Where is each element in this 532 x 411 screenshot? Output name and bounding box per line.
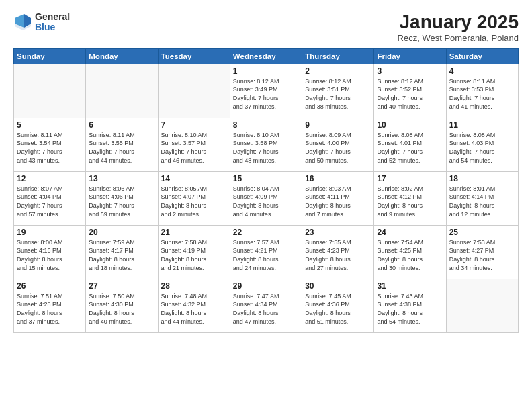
day-info: Sunrise: 8:08 AM Sunset: 4:03 PM Dayligh… <box>449 131 515 165</box>
day-number: 28 <box>161 281 227 291</box>
week-row-1: 5Sunrise: 8:11 AM Sunset: 3:54 PM Daylig… <box>14 118 519 171</box>
day-number: 21 <box>161 228 227 237</box>
day-number: 24 <box>377 228 443 237</box>
day-cell: 23Sunrise: 7:55 AM Sunset: 4:23 PM Dayli… <box>302 225 374 279</box>
day-cell: 30Sunrise: 7:45 AM Sunset: 4:36 PM Dayli… <box>302 279 374 332</box>
day-cell: 19Sunrise: 8:00 AM Sunset: 4:16 PM Dayli… <box>14 225 86 279</box>
day-number: 19 <box>17 228 83 237</box>
page: General Blue January 2025 Recz, West Pom… <box>0 0 532 411</box>
day-cell: 7Sunrise: 8:10 AM Sunset: 3:57 PM Daylig… <box>158 118 230 171</box>
day-number: 1 <box>233 66 299 76</box>
day-number: 10 <box>377 120 443 130</box>
day-cell: 14Sunrise: 8:05 AM Sunset: 4:07 PM Dayli… <box>158 171 230 225</box>
day-info: Sunrise: 8:10 AM Sunset: 3:57 PM Dayligh… <box>161 131 227 165</box>
day-number: 18 <box>449 174 515 183</box>
week-row-2: 12Sunrise: 8:07 AM Sunset: 4:04 PM Dayli… <box>14 171 519 225</box>
day-number: 7 <box>161 120 227 130</box>
day-cell: 29Sunrise: 7:47 AM Sunset: 4:34 PM Dayli… <box>230 279 302 332</box>
title-block: January 2025 Recz, West Pomerania, Polan… <box>398 12 519 43</box>
day-cell: 10Sunrise: 8:08 AM Sunset: 4:01 PM Dayli… <box>374 118 446 171</box>
col-friday: Friday <box>374 48 446 64</box>
day-cell: 26Sunrise: 7:51 AM Sunset: 4:28 PM Dayli… <box>14 279 86 332</box>
day-cell: 21Sunrise: 7:58 AM Sunset: 4:19 PM Dayli… <box>158 225 230 279</box>
week-row-3: 19Sunrise: 8:00 AM Sunset: 4:16 PM Dayli… <box>14 225 519 279</box>
day-cell: 20Sunrise: 7:59 AM Sunset: 4:17 PM Dayli… <box>86 225 158 279</box>
day-cell: 9Sunrise: 8:09 AM Sunset: 4:00 PM Daylig… <box>302 118 374 171</box>
day-number: 16 <box>305 174 371 183</box>
col-wednesday: Wednesday <box>230 48 302 64</box>
day-number: 12 <box>17 174 83 183</box>
col-monday: Monday <box>86 48 158 64</box>
day-cell: 8Sunrise: 8:10 AM Sunset: 3:58 PM Daylig… <box>230 118 302 171</box>
day-info: Sunrise: 8:11 AM Sunset: 3:55 PM Dayligh… <box>89 131 154 165</box>
day-info: Sunrise: 8:04 AM Sunset: 4:09 PM Dayligh… <box>233 185 299 218</box>
day-info: Sunrise: 8:06 AM Sunset: 4:06 PM Dayligh… <box>89 185 154 218</box>
day-number: 11 <box>449 120 515 130</box>
day-cell: 11Sunrise: 8:08 AM Sunset: 4:03 PM Dayli… <box>446 118 518 171</box>
col-sunday: Sunday <box>14 48 86 64</box>
day-cell: 16Sunrise: 8:03 AM Sunset: 4:11 PM Dayli… <box>302 171 374 225</box>
day-info: Sunrise: 7:58 AM Sunset: 4:19 PM Dayligh… <box>161 238 227 272</box>
logo-blue-text: Blue <box>35 22 70 32</box>
day-info: Sunrise: 7:51 AM Sunset: 4:28 PM Dayligh… <box>17 292 83 326</box>
day-cell: 2Sunrise: 8:12 AM Sunset: 3:51 PM Daylig… <box>302 64 374 118</box>
month-title: January 2025 <box>398 12 519 33</box>
day-number: 22 <box>233 228 299 237</box>
day-info: Sunrise: 7:59 AM Sunset: 4:17 PM Dayligh… <box>89 238 154 272</box>
day-info: Sunrise: 7:57 AM Sunset: 4:21 PM Dayligh… <box>233 238 299 272</box>
day-info: Sunrise: 7:54 AM Sunset: 4:25 PM Dayligh… <box>377 238 443 272</box>
col-saturday: Saturday <box>446 48 518 64</box>
day-info: Sunrise: 7:50 AM Sunset: 4:30 PM Dayligh… <box>89 292 154 326</box>
day-number: 31 <box>377 281 443 291</box>
day-number: 17 <box>377 174 443 183</box>
day-cell <box>14 64 86 118</box>
logo-general-text: General <box>35 12 70 22</box>
day-number: 29 <box>233 281 299 291</box>
day-number: 9 <box>305 120 371 130</box>
day-number: 14 <box>161 174 227 183</box>
day-cell: 12Sunrise: 8:07 AM Sunset: 4:04 PM Dayli… <box>14 171 86 225</box>
day-info: Sunrise: 7:55 AM Sunset: 4:23 PM Dayligh… <box>305 238 371 272</box>
day-cell: 31Sunrise: 7:43 AM Sunset: 4:38 PM Dayli… <box>374 279 446 332</box>
header: General Blue January 2025 Recz, West Pom… <box>13 12 519 43</box>
day-number: 6 <box>89 120 154 130</box>
day-info: Sunrise: 7:53 AM Sunset: 4:27 PM Dayligh… <box>449 238 515 272</box>
day-cell: 13Sunrise: 8:06 AM Sunset: 4:06 PM Dayli… <box>86 171 158 225</box>
day-cell: 5Sunrise: 8:11 AM Sunset: 3:54 PM Daylig… <box>14 118 86 171</box>
calendar-table: Sunday Monday Tuesday Wednesday Thursday… <box>13 48 519 333</box>
logo-icon <box>13 13 32 32</box>
day-info: Sunrise: 8:12 AM Sunset: 3:51 PM Dayligh… <box>305 77 371 111</box>
day-number: 8 <box>233 120 299 130</box>
day-info: Sunrise: 8:07 AM Sunset: 4:04 PM Dayligh… <box>17 185 83 218</box>
day-number: 13 <box>89 174 154 183</box>
day-number: 30 <box>305 281 371 291</box>
day-info: Sunrise: 8:09 AM Sunset: 4:00 PM Dayligh… <box>305 131 371 165</box>
day-info: Sunrise: 8:05 AM Sunset: 4:07 PM Dayligh… <box>161 185 227 218</box>
day-info: Sunrise: 8:12 AM Sunset: 3:49 PM Dayligh… <box>233 77 299 111</box>
day-cell <box>446 279 518 332</box>
logo-text: General Blue <box>35 12 70 33</box>
day-number: 15 <box>233 174 299 183</box>
day-cell: 22Sunrise: 7:57 AM Sunset: 4:21 PM Dayli… <box>230 225 302 279</box>
week-row-4: 26Sunrise: 7:51 AM Sunset: 4:28 PM Dayli… <box>14 279 519 332</box>
day-number: 27 <box>89 281 154 291</box>
day-cell: 24Sunrise: 7:54 AM Sunset: 4:25 PM Dayli… <box>374 225 446 279</box>
day-cell: 17Sunrise: 8:02 AM Sunset: 4:12 PM Dayli… <box>374 171 446 225</box>
week-row-0: 1Sunrise: 8:12 AM Sunset: 3:49 PM Daylig… <box>14 64 519 118</box>
day-number: 2 <box>305 66 371 76</box>
col-tuesday: Tuesday <box>158 48 230 64</box>
day-number: 3 <box>377 66 443 76</box>
day-number: 5 <box>17 120 83 130</box>
col-thursday: Thursday <box>302 48 374 64</box>
day-cell <box>86 64 158 118</box>
day-number: 23 <box>305 228 371 237</box>
logo: General Blue <box>13 12 70 33</box>
day-info: Sunrise: 8:12 AM Sunset: 3:52 PM Dayligh… <box>377 77 443 111</box>
day-cell: 18Sunrise: 8:01 AM Sunset: 4:14 PM Dayli… <box>446 171 518 225</box>
day-number: 26 <box>17 281 83 291</box>
day-cell <box>158 64 230 118</box>
day-cell: 1Sunrise: 8:12 AM Sunset: 3:49 PM Daylig… <box>230 64 302 118</box>
day-info: Sunrise: 8:11 AM Sunset: 3:54 PM Dayligh… <box>17 131 83 165</box>
day-info: Sunrise: 8:08 AM Sunset: 4:01 PM Dayligh… <box>377 131 443 165</box>
day-cell: 3Sunrise: 8:12 AM Sunset: 3:52 PM Daylig… <box>374 64 446 118</box>
